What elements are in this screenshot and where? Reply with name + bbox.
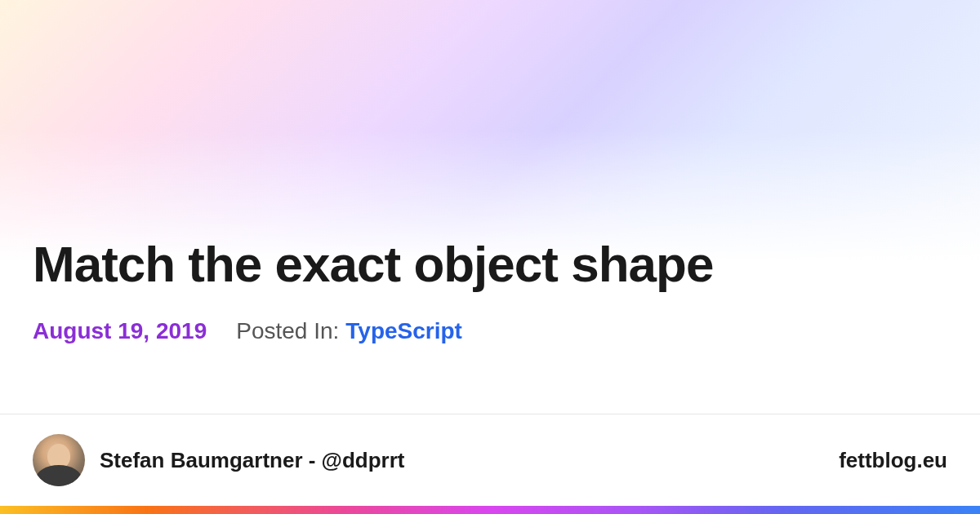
site-name[interactable]: fettblog.eu [839, 448, 947, 473]
post-meta: August 19, 2019 Posted In: TypeScript [33, 318, 947, 344]
post-date: August 19, 2019 [33, 318, 207, 344]
author-block: Stefan Baumgartner - @ddprrt [33, 434, 405, 486]
avatar [33, 434, 85, 486]
footer-gradient-bar [0, 506, 980, 514]
header-gradient [0, 0, 980, 261]
author-name: Stefan Baumgartner - @ddprrt [100, 448, 405, 473]
footer-content: Stefan Baumgartner - @ddprrt fettblog.eu [0, 414, 980, 506]
page-footer: Stefan Baumgartner - @ddprrt fettblog.eu [0, 414, 980, 514]
main-content: Match the exact object shape August 19, … [33, 237, 947, 344]
page-title: Match the exact object shape [33, 237, 947, 292]
post-category-wrapper: Posted In: TypeScript [236, 318, 462, 344]
category-link[interactable]: TypeScript [345, 318, 462, 344]
posted-in-label: Posted In: [236, 318, 339, 344]
